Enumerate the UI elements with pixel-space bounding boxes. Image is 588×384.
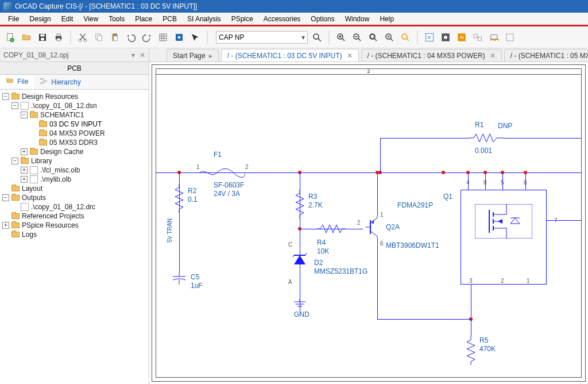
sidebar-tab-hierarchy[interactable]: Hierarchy [34,76,86,88]
value-R1[interactable]: 0.001 [475,147,492,155]
menu-design[interactable]: Design [25,14,55,24]
wire[interactable] [525,172,526,190]
save-icon[interactable] [36,30,49,44]
crossprobe-icon[interactable] [471,30,485,44]
wire[interactable] [504,138,582,139]
tree-ref-projects[interactable]: Referenced Projects [2,212,146,221]
menu-pcb[interactable]: PCB [158,14,181,24]
wire[interactable] [377,172,378,216]
menu-si-analysis[interactable]: SI Analysis [183,14,226,24]
tree-pspice-res[interactable]: +PSpice Resources [2,221,146,230]
menu-edit[interactable]: Edit [57,14,78,24]
tree-olb-2[interactable]: +.\mylib.olb [21,175,146,184]
value-F1-rating[interactable]: 24V / 3A [214,190,240,198]
refdes-Q1[interactable]: Q1 [443,193,452,201]
menu-options[interactable]: Options [306,14,339,24]
resistor-R4[interactable] [317,225,346,233]
value-R5[interactable]: 470K [479,345,496,353]
tree-design-resources[interactable]: −Design Resources [2,92,146,101]
wire[interactable] [468,172,469,190]
value-R2[interactable]: 0.1 [188,195,198,203]
zener-D2[interactable] [293,253,307,264]
tab-schematic-03[interactable]: / - (SCHEMATIC1 : 03 DC 5V INPUT)✕ [221,49,359,62]
tree-dsn-file[interactable]: −.\copy_01_08_12.dsn [11,101,146,110]
refdes-R4[interactable]: R4 [317,239,326,247]
more-icon[interactable] [503,30,517,44]
tree-design-cache[interactable]: +Design Cache [21,147,146,156]
menu-pspice[interactable]: PSpice [227,14,258,24]
wire[interactable] [485,172,486,190]
undo-icon[interactable] [124,30,138,44]
wire[interactable] [471,319,471,336]
drc-icon[interactable] [439,30,452,44]
menu-tools[interactable]: Tools [104,14,129,24]
fuse-symbol[interactable] [199,168,245,178]
value-R1-dnp[interactable]: DNP [498,122,512,130]
capacitor-C5[interactable] [171,273,188,285]
wire[interactable] [502,172,503,190]
menu-help[interactable]: Help [375,14,399,24]
tree-library[interactable]: −Library [11,156,146,166]
tree-olb-1[interactable]: +.\fcl_misc.olb [21,166,146,175]
tab-start-page[interactable]: Start Page▸ [167,49,219,62]
tree-page-03[interactable]: 03 DC 5V INPUT [30,120,146,129]
annotate-icon[interactable]: 10 [423,30,436,44]
mosfet-symbol[interactable] [475,204,532,239]
bjt-Q2A[interactable] [366,216,381,239]
dropdown-caret-icon[interactable]: ▾ [131,51,135,59]
value-R4[interactable]: 10K [317,247,329,255]
zoom-select-icon[interactable] [399,30,412,44]
net-label-5vtran[interactable]: 5V TRAN [167,218,173,243]
value-Q1[interactable]: FDMA291P [397,201,433,209]
cut-icon[interactable] [76,30,90,44]
wire[interactable] [377,239,378,319]
sidebar-tab-file[interactable]: File [0,75,34,89]
resistor-R3[interactable] [296,190,304,218]
tree-schematic1[interactable]: −SCHEMATIC1 [21,110,146,120]
value-D2[interactable]: MMSZ5231BT1G [314,267,368,275]
print-icon[interactable] [52,30,65,44]
menu-file[interactable]: File [3,14,24,24]
copy-icon[interactable] [92,30,106,44]
value-Q2[interactable]: MBT3906DW1T1 [386,241,439,249]
tree-page-04[interactable]: 04 MX53 POWER [30,129,146,138]
tab-schematic-04[interactable]: / - (SCHEMATIC1 : 04 MX53 POWER)✕ [361,49,502,62]
bom-icon[interactable] [487,30,501,44]
zoom-area-icon[interactable] [366,30,380,44]
netlist-icon[interactable]: N [455,30,469,44]
refdes-R5[interactable]: R5 [479,336,488,344]
refdes-Q2A[interactable]: Q2A [386,223,400,231]
wire[interactable] [471,285,471,319]
tree-page-05[interactable]: 05 MX53 DDR3 [30,138,146,147]
paste-icon[interactable] [108,30,122,44]
part-search-input[interactable] [219,33,299,41]
zoom-out-icon[interactable] [350,30,364,44]
schematic-canvas[interactable]: 2 F1 1 2 SF-0603F 24V / 3A R2 0.1 5V TRA… [152,64,586,382]
tree-logs[interactable]: Logs [2,230,146,239]
select-icon[interactable] [188,30,202,44]
resistor-R1[interactable] [469,134,504,142]
open-folder-icon[interactable] [20,30,33,44]
redo-icon[interactable] [140,30,154,44]
snap-icon[interactable] [172,30,186,44]
wire[interactable] [380,138,381,172]
value-R3[interactable]: 2.7K [308,201,323,209]
tree-drc-file[interactable]: .\copy_01_08_12.drc [11,202,146,212]
wire[interactable] [377,319,471,320]
refdes-F1[interactable]: F1 [214,151,222,159]
menu-place[interactable]: Place [130,14,157,24]
wire[interactable] [547,220,582,221]
refdes-R1[interactable]: R1 [475,121,483,129]
tab-schematic-05[interactable]: / - (SCHEMATIC1 : 05 MX53 I [504,49,588,62]
value-C5[interactable]: 1uF [191,282,203,290]
value-F1-pn[interactable]: SF-0603F [214,181,244,189]
close-icon[interactable]: ✕ [347,52,353,60]
search-icon[interactable] [310,30,324,44]
tree-layout[interactable]: Layout [2,184,146,193]
net-gnd[interactable]: GND [294,310,310,318]
resistor-R2[interactable] [175,184,183,213]
menu-accessories[interactable]: Accessories [259,14,305,24]
project-tree[interactable]: −Design Resources −.\copy_01_08_12.dsn −… [0,90,149,241]
new-doc-icon[interactable]: + [3,30,17,44]
resistor-R5[interactable] [467,336,475,365]
